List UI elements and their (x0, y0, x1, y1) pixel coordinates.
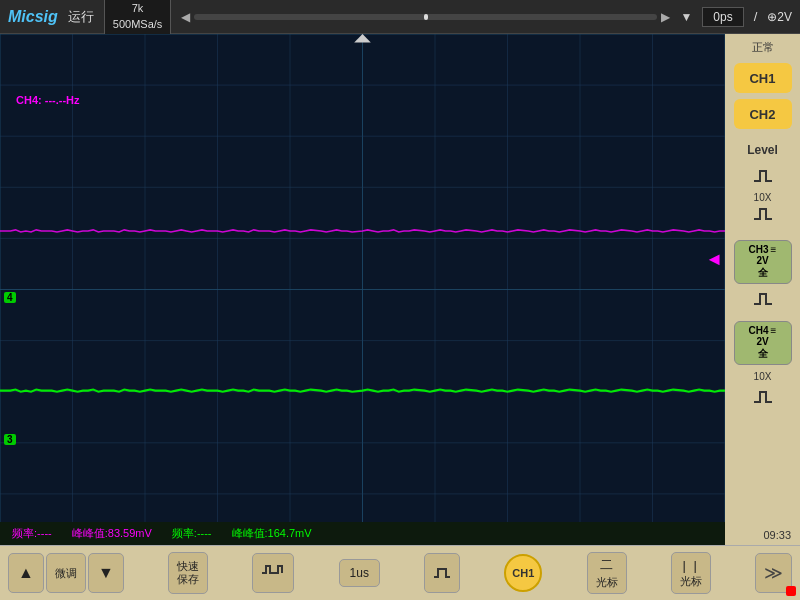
red-indicator (786, 586, 796, 596)
main-area: CH4: ---.--Hz 4 3 ◄ 频率:---- 峰峰值:83.59mV … (0, 34, 800, 545)
trigger-shape-2 (752, 205, 774, 228)
single-waveform-button[interactable] (424, 553, 460, 593)
ch4-info-button[interactable]: CH4 ≡ 2V 全 (734, 321, 792, 365)
right-panel: 正常 CH1 CH2 Level 10X CH3 ≡ 2V (725, 34, 800, 545)
ch2-button[interactable]: CH2 (734, 99, 792, 129)
bottom-bar: ▲ 微调 ▼ 快速 保存 1us CH1 二 光标 | | 光标 ≫ (0, 545, 800, 600)
clock-display: 09:33 (760, 528, 794, 542)
multiplier-10x-1: 10X (754, 192, 772, 203)
ch4-level-marker: 4 (4, 292, 16, 303)
run-status: 运行 (68, 8, 94, 26)
down-arrow-button[interactable]: ▼ (88, 553, 124, 593)
trigger-symbol: / (754, 9, 758, 24)
quick-save-button[interactable]: 快速 保存 (168, 552, 208, 594)
ch1-indicator[interactable]: CH1 (504, 554, 542, 592)
trigger-down-arrow: ▼ (680, 10, 692, 24)
multiplier-10x-2: 10X (754, 371, 772, 382)
trigger-shape-ch4 (752, 388, 774, 411)
freq1: 频率:---- (12, 526, 52, 541)
timebase-slider[interactable]: ◀ ▶ (181, 10, 670, 24)
up-arrow-button[interactable]: ▲ (8, 553, 44, 593)
dual-waveform-button[interactable] (252, 553, 294, 593)
dual-waveform-icon (261, 563, 285, 583)
waveform-svg (0, 34, 725, 545)
dual-cursor-button[interactable]: 二 光标 (587, 552, 627, 594)
single-waveform-icon (433, 563, 451, 583)
ch4-waveform (0, 230, 725, 232)
trigger-shape-ch3 (752, 290, 774, 313)
fine-tune-group: ▲ 微调 ▼ (8, 553, 124, 593)
single-cursor-button[interactable]: | | 光标 (671, 552, 711, 594)
ch4-label: CH4: ---.--Hz (16, 94, 80, 106)
sample-rate-display: 7k 500MSa/s (104, 0, 172, 35)
ch3-info-button[interactable]: CH3 ≡ 2V 全 (734, 240, 792, 284)
fine-tune-button[interactable]: 微调 (46, 553, 86, 593)
top-bar: Micsig 运行 7k 500MSa/s ◀ ▶ ▼ 0ps / ⊕2V (0, 0, 800, 34)
trigger-position-marker (354, 34, 371, 43)
scope-display: CH4: ---.--Hz 4 3 ◄ 频率:---- 峰峰值:83.59mV … (0, 34, 725, 545)
freq2: 频率:---- (172, 526, 212, 541)
trigger-shape-1 (752, 167, 774, 190)
stats-bar: 频率:---- 峰峰值:83.59mV 频率:---- 峰峰值:164.7mV (0, 522, 725, 545)
trigger-level-arrow: ◄ (705, 250, 723, 268)
ch1-button[interactable]: CH1 (734, 63, 792, 93)
logo: Micsig (8, 8, 58, 26)
peak1: 峰峰值:83.59mV (72, 526, 152, 541)
level-button[interactable]: Level (747, 143, 778, 157)
timebase-value: 0ps (702, 7, 743, 27)
trigger-info: ⊕2V (767, 10, 792, 24)
ch3-waveform (0, 390, 725, 392)
normal-status: 正常 (752, 40, 774, 55)
peak2: 峰峰值:164.7mV (232, 526, 312, 541)
ch3-level-marker: 3 (4, 434, 16, 445)
timebase-display: 1us (339, 559, 380, 587)
